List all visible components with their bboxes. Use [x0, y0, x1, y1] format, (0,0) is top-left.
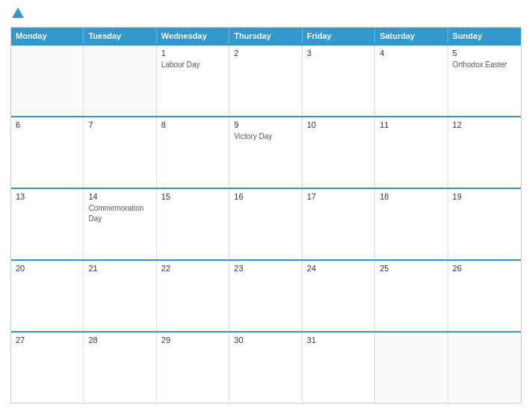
calendar-day-cell: 11: [375, 117, 448, 188]
header: [10, 7, 522, 19]
day-number: 17: [307, 192, 370, 201]
calendar-day-cell: 28: [84, 333, 156, 403]
header-wednesday: Wednesday: [157, 28, 229, 44]
calendar-day-cell: 16: [229, 189, 302, 259]
calendar-header: Monday Tuesday Wednesday Thursday Friday…: [11, 28, 521, 44]
day-number: 16: [234, 192, 297, 201]
holiday-label: Labour Day: [161, 61, 200, 69]
holiday-label: Commemoration Day: [88, 204, 143, 223]
calendar-day-cell: 3: [303, 46, 375, 116]
day-number: 5: [453, 49, 516, 58]
calendar-day-cell: [448, 333, 521, 403]
calendar-day-cell: 10: [303, 117, 375, 188]
header-sunday: Sunday: [448, 28, 521, 44]
calendar-day-cell: 9Victory Day: [229, 117, 302, 188]
header-monday: Monday: [11, 28, 84, 44]
calendar-day-cell: 1Labour Day: [157, 46, 229, 116]
calendar-day-cell: 27: [11, 333, 84, 403]
calendar-day-cell: 29: [157, 333, 229, 403]
week-2: 6789Victory Day101112: [11, 116, 521, 188]
day-number: 30: [234, 336, 297, 344]
calendar-day-cell: 24: [303, 261, 375, 331]
day-number: 23: [234, 264, 297, 273]
day-number: 20: [16, 264, 78, 273]
calendar-day-cell: 18: [375, 189, 448, 259]
calendar-day-cell: [11, 46, 84, 116]
calendar-day-cell: [375, 333, 448, 403]
logo-triangle-icon: [12, 7, 24, 18]
calendar-day-cell: 22: [157, 261, 229, 331]
holiday-label: Victory Day: [234, 132, 272, 140]
calendar-day-cell: 5Orthodox Easter: [448, 46, 521, 116]
day-number: 15: [161, 192, 224, 201]
holiday-label: Orthodox Easter: [453, 61, 507, 69]
day-number: 11: [380, 120, 442, 129]
day-number: 2: [234, 49, 297, 58]
calendar-day-cell: 23: [229, 261, 302, 331]
day-number: 10: [307, 120, 370, 129]
day-number: 28: [88, 336, 151, 344]
day-number: 7: [88, 120, 151, 129]
day-number: 19: [453, 192, 516, 201]
calendar-day-cell: 8: [157, 117, 229, 188]
day-number: 26: [453, 264, 516, 273]
calendar-day-cell: 15: [157, 189, 229, 259]
calendar-day-cell: 26: [448, 261, 521, 331]
day-number: 1: [161, 49, 224, 58]
calendar-day-cell: 7: [84, 117, 156, 188]
day-number: 12: [453, 120, 516, 129]
day-number: 21: [88, 264, 151, 273]
calendar-body: 1Labour Day2345Orthodox Easter6789Victor…: [11, 44, 521, 403]
page: Monday Tuesday Wednesday Thursday Friday…: [0, 0, 532, 411]
day-number: 13: [16, 192, 78, 201]
calendar-day-cell: 30: [229, 333, 302, 403]
day-number: 24: [307, 264, 370, 273]
calendar-day-cell: 19: [448, 189, 521, 259]
week-1: 1Labour Day2345Orthodox Easter: [11, 44, 521, 116]
day-number: 31: [307, 336, 370, 344]
header-tuesday: Tuesday: [84, 28, 156, 44]
calendar-day-cell: 25: [375, 261, 448, 331]
day-number: 4: [380, 49, 442, 58]
calendar-day-cell: [84, 46, 156, 116]
day-number: 6: [16, 120, 78, 129]
calendar-day-cell: 13: [11, 189, 84, 259]
calendar-day-cell: 4: [375, 46, 448, 116]
calendar-day-cell: 12: [448, 117, 521, 188]
week-3: 1314Commemoration Day1516171819: [11, 188, 521, 259]
logo-top: [10, 7, 24, 19]
calendar-day-cell: 31: [303, 333, 375, 403]
day-number: 14: [88, 192, 151, 201]
week-4: 20212223242526: [11, 259, 521, 331]
calendar-day-cell: 6: [11, 117, 84, 188]
day-number: 9: [234, 120, 297, 129]
calendar-day-cell: 21: [84, 261, 156, 331]
header-saturday: Saturday: [375, 28, 448, 44]
header-friday: Friday: [303, 28, 375, 44]
calendar: Monday Tuesday Wednesday Thursday Friday…: [10, 27, 522, 404]
calendar-day-cell: 14Commemoration Day: [84, 189, 156, 259]
day-number: 27: [16, 336, 78, 344]
header-thursday: Thursday: [229, 28, 302, 44]
day-number: 18: [380, 192, 442, 201]
logo-wrapper: [10, 7, 24, 19]
calendar-day-cell: 20: [11, 261, 84, 331]
logo: [10, 7, 24, 19]
week-5: 2728293031: [11, 331, 521, 403]
calendar-day-cell: 2: [229, 46, 302, 116]
day-number: 29: [161, 336, 224, 344]
day-number: 3: [307, 49, 370, 58]
calendar-day-cell: 17: [303, 189, 375, 259]
day-number: 22: [161, 264, 224, 273]
day-number: 8: [161, 120, 224, 129]
day-number: 25: [380, 264, 442, 273]
